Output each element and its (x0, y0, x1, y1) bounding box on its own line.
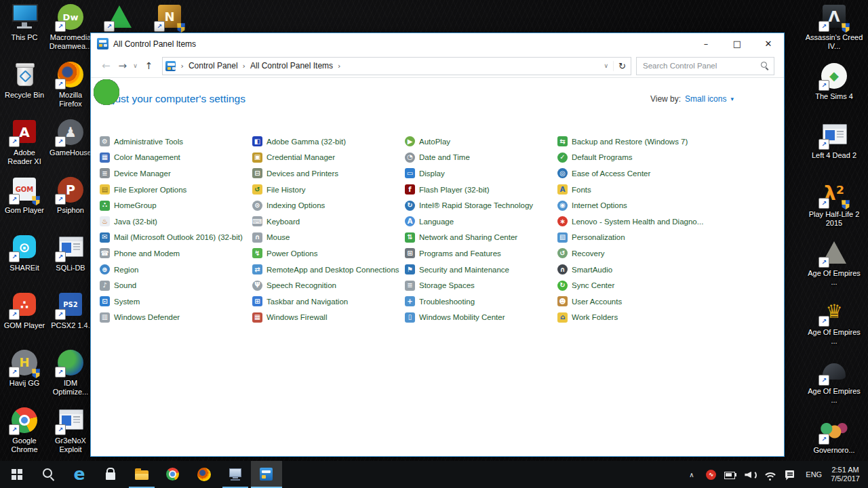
forward-button[interactable]: → (115, 60, 132, 72)
search-button[interactable] (33, 461, 64, 488)
personalization[interactable]: ▧ Personalization (557, 230, 710, 246)
left-4-dead-2[interactable]: Left 4 Dead 2 (804, 119, 864, 178)
sound[interactable]: ♪ Sound (100, 277, 252, 293)
credential-manager[interactable]: ▣ Credential Manager (252, 150, 405, 166)
titlebar[interactable]: All Control Panel Items – □ ✕ (91, 33, 784, 54)
gom-player-2[interactable]: ∴ GOM Player (1, 289, 47, 347)
refresh-icon[interactable]: ↻ (613, 61, 631, 71)
backup-and-restore[interactable]: ⇆ Backup and Restore (Windows 7) (557, 134, 710, 150)
age-of-empires-3[interactable]: Age Of Empires ... (804, 355, 864, 414)
phone-and-modem[interactable]: ☎ Phone and Modem (100, 245, 252, 262)
firefox-button[interactable] (189, 461, 220, 488)
smadav-tray[interactable]: ∿ (701, 461, 721, 488)
windows-firewall[interactable]: ▦ Windows Firewall (252, 310, 405, 326)
control-panel-button[interactable] (251, 461, 282, 488)
breadcrumb-all-control-panel-items[interactable]: All Control Panel Items (250, 61, 333, 70)
gamehouse[interactable]: ♟ GameHouse (47, 117, 94, 174)
chrome-button[interactable] (157, 461, 189, 488)
pcsx2[interactable]: PS2 PCSX2 1.4. (47, 289, 94, 347)
mail-outlook[interactable]: ✉ Mail (Microsoft Outlook 2016) (32-bit) (100, 230, 252, 246)
recovery[interactable]: ↺ Recovery (557, 245, 710, 262)
breadcrumb-separator-icon[interactable]: › (338, 62, 340, 70)
troubleshooting[interactable]: + Troubleshooting (405, 293, 557, 310)
view-by-value[interactable]: Small icons (685, 94, 726, 104)
close-button[interactable]: ✕ (753, 33, 784, 54)
adobe-gamma[interactable]: ◧ Adobe Gamma (32-bit) (252, 134, 405, 150)
network-sharing-center[interactable]: ⇅ Network and Sharing Center (405, 230, 557, 246)
adobe-reader-xi[interactable]: A Adobe Reader XI (1, 117, 47, 174)
file-history[interactable]: ↺ File History (252, 182, 405, 198)
device-manager[interactable]: ≡ Device Manager (100, 165, 252, 182)
wifi-indicator[interactable] (760, 461, 780, 488)
ease-of-access-center[interactable]: ◎ Ease of Access Center (557, 165, 710, 182)
keyboard[interactable]: ⌨ Keyboard (252, 214, 405, 230)
idm-optimizer[interactable]: IDM Optimize... (47, 347, 94, 405)
security-and-maintenance[interactable]: ⚑ Security and Maintenance (405, 262, 557, 278)
system[interactable]: ⊡ System (100, 293, 252, 310)
this-pc[interactable]: This PC (1, 1, 47, 59)
power-options[interactable]: ↯ Power Options (252, 245, 405, 262)
view-by-caret-icon[interactable]: ▾ (730, 96, 734, 102)
up-button[interactable]: ↑ (140, 60, 159, 71)
flash-player[interactable]: f Flash Player (32-bit) (405, 182, 557, 198)
maximize-button[interactable]: □ (722, 33, 753, 54)
language-indicator[interactable]: ENG (800, 461, 828, 488)
half-life-2[interactable]: λ² Play Half-Life 2 2015 (804, 178, 864, 237)
sqli-db[interactable]: SQLi-DB (47, 232, 94, 289)
mouse[interactable]: ∩ Mouse (252, 230, 405, 246)
edge-button[interactable]: e (64, 461, 95, 488)
lenovo-system-health[interactable]: ∗ Lenovo - System Health and Diagno... (557, 214, 710, 230)
autoplay[interactable]: ▶ AutoPlay (405, 134, 557, 150)
gr3enox-exploit[interactable]: Gr3eNoX Exploit (47, 405, 94, 462)
smartaudio[interactable]: ∩ SmartAudio (557, 262, 710, 278)
battery-indicator[interactable] (721, 461, 741, 488)
desktop[interactable]: This PC Dw Macromedia Dreamwea... Recycl… (0, 0, 868, 488)
age-of-empires-2[interactable]: ♛ Age Of Empires ... (804, 296, 864, 355)
macromedia-dreamweaver[interactable]: Dw Macromedia Dreamwea... (47, 1, 94, 59)
store-button[interactable] (95, 461, 126, 488)
gom-player[interactable]: GOM Gom Player (1, 174, 47, 232)
work-folders[interactable]: ⌂ Work Folders (557, 310, 710, 326)
storage-spaces[interactable]: ≡ Storage Spaces (405, 277, 557, 293)
display[interactable]: ▭ Display (405, 165, 557, 182)
default-programs[interactable]: ✓ Default Programs (557, 150, 710, 166)
address-bar[interactable]: › Control Panel › All Control Panel Item… (162, 57, 631, 75)
administrative-tools[interactable]: ⚙ Administrative Tools (100, 134, 252, 150)
search-icon[interactable] (760, 61, 769, 70)
taskbar-and-navigation[interactable]: ⊞ Taskbar and Navigation (252, 293, 405, 310)
indexing-options[interactable]: ⊙ Indexing Options (252, 197, 405, 214)
search-input[interactable] (642, 61, 760, 70)
shareit[interactable]: ⊙ SHAREit (1, 232, 47, 289)
start-button[interactable] (1, 461, 33, 488)
breadcrumb-separator-icon[interactable]: › (243, 62, 245, 70)
tray-expand[interactable]: ∧ (682, 461, 701, 488)
homegroup[interactable]: ∴ HomeGroup (100, 197, 252, 214)
system-tool-button[interactable] (220, 461, 251, 488)
sync-center[interactable]: ↻ Sync Center (557, 277, 710, 293)
psiphon[interactable]: P Psiphon (47, 174, 94, 232)
speech-recognition[interactable]: Ψ Speech Recognition (252, 277, 405, 293)
assassins-creed-iv[interactable]: Λ Assassin's Creed IV... (804, 1, 864, 60)
action-center[interactable] (780, 461, 800, 488)
fonts[interactable]: A Fonts (557, 182, 710, 198)
back-button[interactable]: ← (98, 60, 115, 72)
windows-defender[interactable]: ▥ Windows Defender (100, 310, 252, 326)
taskbar-clock[interactable]: 2:51 AM 7/5/2017 (828, 461, 868, 488)
programs-and-features[interactable]: ⊞ Programs and Features (405, 245, 557, 262)
remoteapp[interactable]: ⇄ RemoteApp and Desktop Connections (252, 262, 405, 278)
region[interactable]: ⊕ Region (100, 262, 252, 278)
recent-pages-dropdown-icon[interactable]: ∨ (131, 62, 140, 69)
volume-indicator[interactable] (741, 461, 760, 488)
devices-and-printers[interactable]: ⊟ Devices and Printers (252, 165, 405, 182)
file-explorer-options[interactable]: ▤ File Explorer Options (100, 182, 252, 198)
google-chrome[interactable]: Google Chrome (1, 405, 47, 462)
color-management[interactable]: ▦ Color Management (100, 150, 252, 166)
address-dropdown-icon[interactable]: ∨ (599, 62, 614, 69)
minimize-button[interactable]: – (690, 33, 722, 54)
language[interactable]: A Language (405, 214, 557, 230)
the-sims-4[interactable]: ◆ The Sims 4 (804, 60, 864, 119)
intel-rst[interactable]: ↻ Intel® Rapid Storage Technology (405, 197, 557, 214)
java-32-bit[interactable]: ♨ Java (32-bit) (100, 214, 252, 230)
internet-options[interactable]: ◉ Internet Options (557, 197, 710, 214)
recycle-bin[interactable]: Recycle Bin (1, 59, 47, 117)
